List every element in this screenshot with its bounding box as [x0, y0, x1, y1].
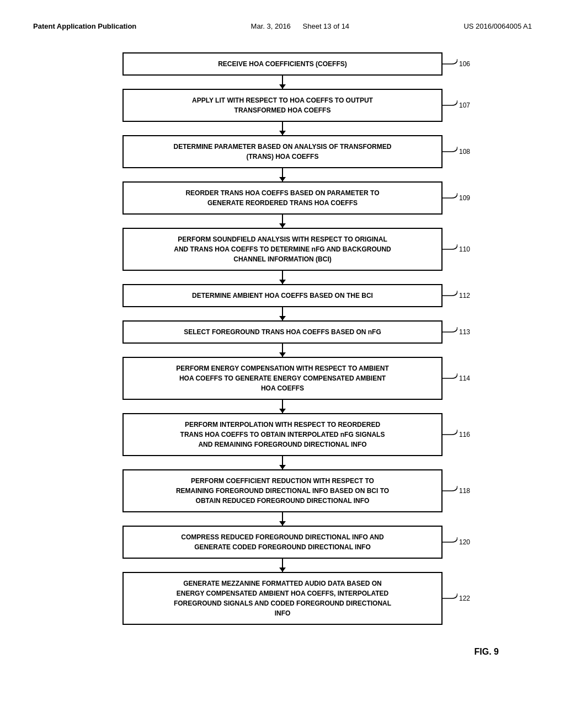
flow-arrow-120: [282, 559, 283, 572]
flow-box-box-120: COMPRESS REDUCED FOREGROUND DIRECTIONAL …: [122, 526, 443, 559]
flow-label-112: 112: [442, 292, 470, 299]
flow-box-box-108: DETERMINE PARAMETER BASED ON ANALYSIS OF…: [122, 135, 443, 168]
flow-arrow-110: [282, 271, 283, 284]
flow-arrow-116: [282, 456, 283, 469]
flow-row-106: RECEIVE HOA COEFFICIENTS (COEFFS) 106: [33, 52, 532, 76]
flow-label-122: 122: [442, 595, 470, 602]
flow-box-box-116: PERFORM INTERPOLATION WITH RESPECT TO RE…: [122, 413, 443, 456]
label-number: 120: [459, 538, 470, 546]
flow-arrow-118: [282, 512, 283, 526]
flow-label-108: 108: [442, 148, 470, 156]
flow-label-110: 110: [442, 245, 470, 253]
flow-box-box-110: PERFORM SOUNDFIELD ANALYSIS WITH RESPECT…: [122, 228, 443, 271]
flow-arrow-109: [282, 215, 283, 228]
flow-arrow-106: [282, 76, 283, 89]
page: Patent Application Publication Mar. 3, 2…: [0, 0, 565, 728]
label-number: 122: [459, 595, 470, 602]
flow-box-box-114: PERFORM ENERGY COMPENSATION WITH RESPECT…: [122, 357, 443, 400]
flow-label-113: 113: [442, 328, 470, 336]
flow-row-120: COMPRESS REDUCED FOREGROUND DIRECTIONAL …: [33, 526, 532, 559]
label-number: 110: [459, 245, 470, 253]
flow-row-110: PERFORM SOUNDFIELD ANALYSIS WITH RESPECT…: [33, 228, 532, 271]
flow-box-box-122: GENERATE MEZZANINE FORMATTED AUDIO DATA …: [122, 572, 443, 625]
flow-arrow-114: [282, 400, 283, 413]
flow-label-116: 116: [442, 431, 470, 438]
flow-label-120: 120: [442, 538, 470, 546]
header-date: Mar. 3, 2016: [251, 22, 291, 30]
flow-row-109: REORDER TRANS HOA COEFFS BASED ON PARAME…: [33, 181, 532, 215]
flow-row-114: PERFORM ENERGY COMPENSATION WITH RESPECT…: [33, 357, 532, 400]
flow-arrow-113: [282, 344, 283, 357]
label-number: 109: [459, 194, 470, 202]
flow-label-118: 118: [442, 487, 470, 495]
header-patent-num: US 2016/0064005 A1: [463, 22, 532, 30]
label-number: 108: [459, 148, 470, 156]
label-number: 113: [459, 328, 470, 336]
flow-row-112: DETERMINE AMBIENT HOA COEFFS BASED ON TH…: [33, 284, 532, 307]
flow-box-box-106: RECEIVE HOA COEFFICIENTS (COEFFS): [122, 52, 443, 76]
figure-label: FIG. 9: [33, 647, 532, 657]
flow-arrow-107: [282, 122, 283, 135]
page-header: Patent Application Publication Mar. 3, 2…: [33, 22, 532, 30]
flow-box-box-109: REORDER TRANS HOA COEFFS BASED ON PARAME…: [122, 181, 443, 215]
header-date-sheet: Mar. 3, 2016 Sheet 13 of 14: [251, 22, 350, 30]
label-number: 112: [459, 292, 470, 299]
header-sheet: Sheet 13 of 14: [303, 22, 350, 30]
flow-label-106: 106: [442, 60, 470, 68]
flow-row-122: GENERATE MEZZANINE FORMATTED AUDIO DATA …: [33, 572, 532, 625]
flow-box-box-113: SELECT FOREGROUND TRANS HOA COEFFS BASED…: [122, 320, 443, 344]
flow-arrow-112: [282, 307, 283, 320]
flow-box-box-118: PERFORM COEFFICIENT REDUCTION WITH RESPE…: [122, 469, 443, 512]
flow-row-116: PERFORM INTERPOLATION WITH RESPECT TO RE…: [33, 413, 532, 456]
label-number: 118: [459, 487, 470, 495]
flow-label-107: 107: [442, 101, 470, 109]
label-number: 116: [459, 431, 470, 438]
flow-box-box-107: APPLY LIT WITH RESPECT TO HOA COEFFS TO …: [122, 89, 443, 122]
flow-row-107: APPLY LIT WITH RESPECT TO HOA COEFFS TO …: [33, 89, 532, 122]
flow-box-box-112: DETERMINE AMBIENT HOA COEFFS BASED ON TH…: [122, 284, 443, 307]
flow-row-118: PERFORM COEFFICIENT REDUCTION WITH RESPE…: [33, 469, 532, 512]
header-publication: Patent Application Publication: [33, 22, 136, 30]
flow-row-113: SELECT FOREGROUND TRANS HOA COEFFS BASED…: [33, 320, 532, 344]
flow-label-114: 114: [442, 374, 470, 382]
flowchart: RECEIVE HOA COEFFICIENTS (COEFFS) 106APP…: [33, 52, 532, 625]
flow-label-109: 109: [442, 194, 470, 202]
label-number: 114: [459, 374, 470, 382]
flow-row-108: DETERMINE PARAMETER BASED ON ANALYSIS OF…: [33, 135, 532, 168]
flow-arrow-108: [282, 168, 283, 181]
label-number: 107: [459, 101, 470, 109]
label-number: 106: [459, 60, 470, 68]
